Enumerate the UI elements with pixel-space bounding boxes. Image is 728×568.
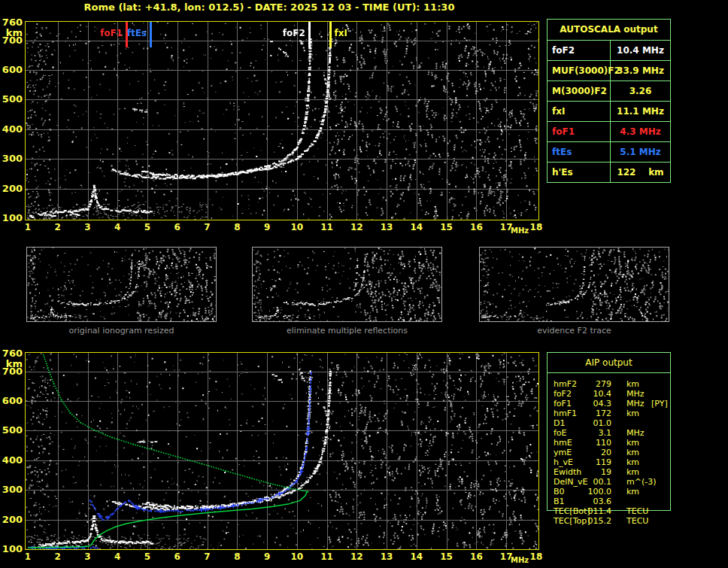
- autoscala-output-table: AUTOSCALA output foF210.4 MHzMUF(3000)F2…: [547, 19, 671, 183]
- x-axis-tick-label: 5: [144, 222, 150, 232]
- y-axis-tick-label: 600: [2, 65, 23, 74]
- aip-row-value: 011.4: [564, 507, 611, 516]
- x-axis-tick-label: 11: [320, 222, 333, 232]
- x-axis-unit-label: MHz: [511, 226, 529, 235]
- x-axis-tick-label: 7: [204, 551, 210, 562]
- autoscala-row-label: foF2: [548, 41, 611, 60]
- x-axis-tick-label: 14: [411, 551, 423, 562]
- aip-row-value: 03.6: [564, 497, 611, 506]
- y-axis-tick-label: 760: [2, 348, 23, 358]
- y-axis-tick-label: 300: [2, 153, 23, 163]
- x-axis-tick-label: 3: [84, 222, 90, 232]
- x-axis-tick-label: 10: [290, 551, 303, 562]
- aip-row-value: 100.0: [564, 488, 611, 497]
- x-axis-tick-label: 1: [25, 222, 31, 232]
- autoscala-row-label: ftEs: [548, 142, 611, 162]
- x-axis-tick-label: 8: [234, 222, 240, 232]
- x-axis-tick-label: 15: [440, 551, 453, 562]
- autoscala-row-label: foF1: [548, 122, 611, 141]
- autoscala-row-ftEs: ftEs5.1 MHz: [548, 142, 670, 163]
- x-axis-tick-label: 15: [440, 222, 453, 232]
- autoscala-app-window: Rome (lat: +41.8, lon: 012.5) - DATE: 20…: [0, 0, 728, 568]
- y-axis-tick-label: 600: [2, 396, 23, 405]
- autoscala-row-label: fxI: [548, 102, 611, 121]
- y-axis-tick-label: 100: [2, 213, 23, 223]
- aip-row-unit: km: [626, 488, 639, 497]
- top-ionogram-canvas: [26, 22, 538, 220]
- x-axis-tick-label: 9: [264, 222, 270, 232]
- autoscala-row-value: 122 km: [611, 163, 670, 182]
- thumbnail-caption-evidence: evidence F2 trace: [479, 326, 669, 336]
- thumbnail-original-ionogram: [26, 247, 217, 322]
- autoscala-row-h'Es: h'Es122 km: [548, 163, 670, 182]
- aip-row-unit: TECU: [626, 507, 648, 516]
- autoscala-row-value: 33.9 MHz: [611, 61, 670, 80]
- aip-row-value: 10.4: [564, 390, 611, 399]
- aip-row-value: 20: [564, 448, 611, 457]
- aip-row-value: 015.2: [564, 517, 611, 526]
- aip-row-label: B1: [554, 497, 565, 506]
- aip-row-unit: km: [626, 409, 639, 418]
- x-axis-tick-label: 6: [174, 222, 180, 232]
- x-axis-tick-label: 3: [84, 551, 90, 562]
- x-axis-tick-label: 4: [114, 222, 120, 232]
- y-axis-tick-label: 500: [2, 94, 23, 104]
- bottom-ionogram-plot: [25, 352, 539, 550]
- x-axis-tick-label: 18: [530, 222, 543, 232]
- autoscala-row-foF2: foF210.4 MHz: [548, 41, 670, 61]
- thumbnail-evidence-canvas: [480, 248, 669, 321]
- y-axis-tick-label: 500: [2, 425, 23, 435]
- marker-label-ftEs: ftEs: [115, 29, 147, 38]
- autoscala-row-M(3000)F2: M(3000)F23.26: [548, 81, 670, 102]
- marker-label-foF2: foF2: [274, 29, 305, 38]
- aip-panel-header: AIP output: [548, 357, 670, 368]
- aip-header-divider: [548, 372, 670, 373]
- thumbnail-caption-original: original ionogram resized: [26, 326, 217, 336]
- marker-line-foF2: [308, 22, 311, 47]
- aip-row-note: [PY]: [651, 399, 668, 409]
- autoscala-row-value: 3.26: [611, 81, 670, 101]
- y-axis-tick-label: 400: [2, 124, 23, 134]
- aip-row-value: 172: [564, 409, 611, 418]
- thumbnail-caption-eliminate: eliminate multiple reflections: [252, 326, 442, 336]
- autoscala-row-value: 5.1 MHz: [611, 142, 670, 162]
- aip-row-value: 00.1: [564, 478, 611, 487]
- autoscala-row-value: 11.1 MHz: [611, 102, 670, 121]
- aip-row-value: 3.1: [564, 429, 611, 438]
- aip-row-unit: m^(-3): [626, 478, 656, 487]
- y-axis-tick-label: 100: [2, 544, 23, 554]
- thumbnail-eliminate-reflections: [252, 247, 442, 322]
- x-axis-tick-label: 12: [350, 222, 363, 232]
- aip-row-value: 279: [564, 380, 611, 389]
- thumbnail-evidence-f2: [479, 247, 669, 322]
- x-axis-tick-label: 14: [411, 222, 423, 232]
- autoscala-row-label: MUF(3000)F2: [548, 61, 611, 80]
- station-title: Rome (lat: +41.8, lon: 012.5) - DATE: 20…: [25, 2, 514, 13]
- aip-row-unit: TECU: [626, 517, 648, 526]
- x-axis-tick-label: 1: [25, 551, 31, 562]
- y-axis-tick-label: 760: [2, 17, 23, 27]
- marker-line-ftEs: [150, 22, 152, 47]
- x-axis-tick-label: 16: [470, 222, 483, 232]
- x-axis-tick-label: 18: [530, 551, 543, 562]
- thumbnail-eliminate-canvas: [253, 248, 441, 321]
- bottom-ionogram-canvas: [26, 353, 538, 549]
- y-axis-tick-label: 400: [2, 455, 23, 465]
- aip-output-panel: AIP output hmF2279kmfoF210.4MHzfoF104.3M…: [547, 352, 671, 511]
- x-axis-tick-label: 2: [55, 222, 61, 232]
- y-axis-tick-label: 300: [2, 484, 23, 494]
- x-axis-tick-label: 9: [264, 551, 270, 562]
- autoscala-table-rows: foF210.4 MHzMUF(3000)F233.9 MHzM(3000)F2…: [548, 41, 670, 182]
- aip-row-unit: km: [626, 439, 639, 448]
- x-axis-tick-label: 5: [144, 551, 150, 562]
- autoscala-row-value: 10.4 MHz: [611, 41, 670, 60]
- aip-row-label: B0: [554, 488, 565, 497]
- aip-row-unit: km: [626, 448, 639, 457]
- aip-row-value: 01.0: [564, 419, 611, 428]
- x-axis-tick-label: 4: [114, 551, 120, 562]
- top-ionogram-plot: foF1ftEsfoF2fxI: [25, 21, 539, 220]
- y-axis-tick-label: 700: [2, 35, 23, 45]
- aip-row-unit: MHz: [626, 390, 645, 399]
- marker-line-fxI: [329, 22, 332, 47]
- x-axis-tick-label: 16: [470, 551, 483, 562]
